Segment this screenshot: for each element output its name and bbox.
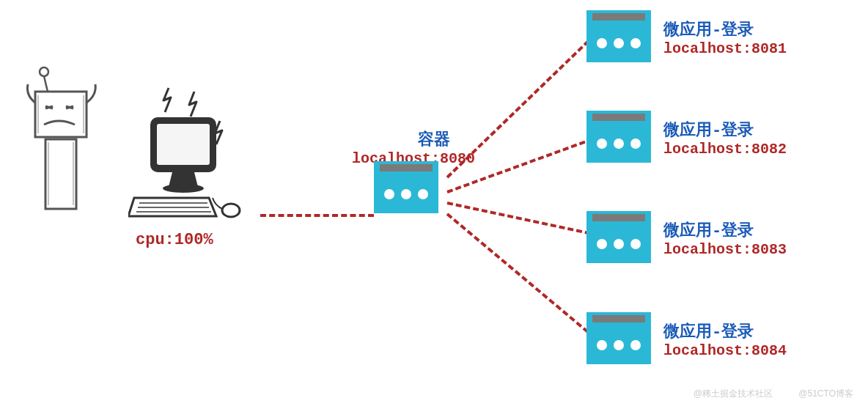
cpu-usage-label: cpu:100% — [136, 231, 213, 249]
micro-app-4-label: 微应用-登录 localhost:8084 — [663, 320, 787, 359]
container-title: 容器 — [392, 128, 475, 150]
micro-app-1-title: 微应用-登录 — [663, 18, 787, 40]
micro-app-3-title: 微应用-登录 — [663, 219, 787, 241]
micro-app-1-label: 微应用-登录 localhost:8081 — [663, 18, 787, 57]
watermark-juejin: @稀土掘金技术社区 — [694, 388, 773, 400]
svg-point-18 — [222, 204, 240, 217]
micro-app-2-icon — [586, 111, 651, 163]
svg-rect-2 — [35, 92, 87, 137]
micro-app-4-title: 微应用-登录 — [663, 320, 787, 342]
svg-rect-13 — [156, 123, 210, 166]
micro-app-1-icon — [586, 10, 651, 62]
svg-point-14 — [163, 184, 204, 193]
micro-app-3-label: 微应用-登录 localhost:8083 — [663, 219, 787, 258]
micro-app-2-label: 微应用-登录 localhost:8082 — [663, 119, 787, 158]
connector-to-app1 — [446, 34, 596, 178]
watermark-51cto: @51CTO博客 — [798, 388, 853, 400]
container-browser-icon — [374, 161, 438, 213]
micro-app-2-host: localhost:8082 — [663, 141, 787, 158]
robot-sketch — [22, 66, 117, 260]
micro-app-3-host: localhost:8083 — [663, 241, 787, 258]
computer-sketch — [128, 84, 260, 235]
micro-app-2-title: 微应用-登录 — [663, 119, 787, 141]
micro-app-4-icon — [586, 312, 651, 364]
svg-rect-9 — [45, 139, 76, 209]
svg-line-1 — [44, 76, 48, 92]
micro-app-1-host: localhost:8081 — [663, 40, 787, 57]
micro-app-3-icon — [586, 211, 651, 263]
connector-computer-container — [260, 214, 374, 217]
micro-app-4-host: localhost:8084 — [663, 342, 787, 359]
svg-point-0 — [40, 67, 48, 76]
